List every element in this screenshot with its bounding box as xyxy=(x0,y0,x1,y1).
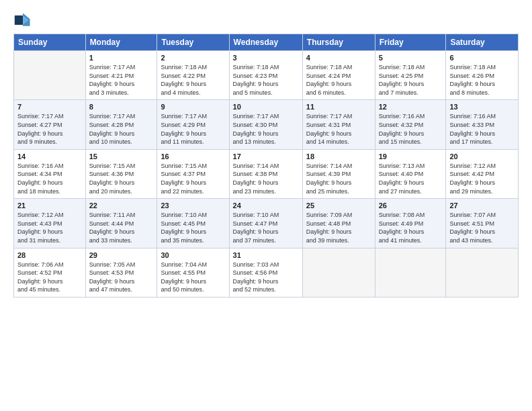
day-number: 9 xyxy=(161,103,225,111)
logo xyxy=(13,11,35,30)
cell-content: Sunrise: 7:15 AM Sunset: 4:37 PM Dayligh… xyxy=(161,162,225,195)
day-number: 27 xyxy=(449,201,515,210)
calendar-cell: 28Sunrise: 7:06 AM Sunset: 4:52 PM Dayli… xyxy=(14,248,86,297)
day-number: 13 xyxy=(449,103,515,111)
calendar-cell: 24Sunrise: 7:10 AM Sunset: 4:47 PM Dayli… xyxy=(229,199,302,248)
day-number: 28 xyxy=(17,251,82,259)
cell-content: Sunrise: 7:03 AM Sunset: 4:56 PM Dayligh… xyxy=(233,261,299,294)
calendar-cell xyxy=(14,51,86,100)
calendar-week-row: 7Sunrise: 7:17 AM Sunset: 4:27 PM Daylig… xyxy=(14,100,519,149)
cell-content: Sunrise: 7:17 AM Sunset: 4:21 PM Dayligh… xyxy=(89,63,154,97)
calendar-cell: 14Sunrise: 7:16 AM Sunset: 4:34 PM Dayli… xyxy=(14,149,86,198)
calendar-cell: 21Sunrise: 7:12 AM Sunset: 4:43 PM Dayli… xyxy=(14,199,86,248)
calendar-table: SundayMondayTuesdayWednesdayThursdayFrid… xyxy=(13,34,519,298)
cell-content: Sunrise: 7:17 AM Sunset: 4:28 PM Dayligh… xyxy=(89,112,154,146)
calendar-cell: 23Sunrise: 7:10 AM Sunset: 4:45 PM Dayli… xyxy=(157,199,229,248)
calendar-cell: 26Sunrise: 7:08 AM Sunset: 4:49 PM Dayli… xyxy=(375,199,446,248)
calendar-cell: 25Sunrise: 7:09 AM Sunset: 4:48 PM Dayli… xyxy=(302,199,375,248)
cell-content: Sunrise: 7:17 AM Sunset: 4:31 PM Dayligh… xyxy=(306,112,371,146)
cell-content: Sunrise: 7:18 AM Sunset: 4:26 PM Dayligh… xyxy=(449,63,515,97)
cell-content: Sunrise: 7:15 AM Sunset: 4:36 PM Dayligh… xyxy=(89,162,154,195)
header-day: Monday xyxy=(85,34,157,51)
header-day: Thursday xyxy=(302,34,375,51)
logo-icon xyxy=(13,11,32,30)
cell-content: Sunrise: 7:11 AM Sunset: 4:44 PM Dayligh… xyxy=(89,211,154,244)
calendar-header: SundayMondayTuesdayWednesdayThursdayFrid… xyxy=(14,34,519,51)
calendar-cell: 19Sunrise: 7:13 AM Sunset: 4:40 PM Dayli… xyxy=(375,149,446,198)
calendar-week-row: 1Sunrise: 7:17 AM Sunset: 4:21 PM Daylig… xyxy=(14,51,519,100)
day-number: 1 xyxy=(89,54,154,62)
cell-content: Sunrise: 7:18 AM Sunset: 4:24 PM Dayligh… xyxy=(306,63,371,97)
calendar-cell: 9Sunrise: 7:17 AM Sunset: 4:29 PM Daylig… xyxy=(157,100,229,149)
calendar-cell: 12Sunrise: 7:16 AM Sunset: 4:32 PM Dayli… xyxy=(375,100,446,149)
cell-content: Sunrise: 7:17 AM Sunset: 4:30 PM Dayligh… xyxy=(233,112,299,146)
calendar-cell: 10Sunrise: 7:17 AM Sunset: 4:30 PM Dayli… xyxy=(229,100,302,149)
cell-content: Sunrise: 7:07 AM Sunset: 4:51 PM Dayligh… xyxy=(449,211,515,244)
day-number: 23 xyxy=(161,201,225,210)
header-day: Wednesday xyxy=(229,34,302,51)
day-number: 14 xyxy=(17,152,82,161)
day-number: 29 xyxy=(89,251,154,259)
cell-content: Sunrise: 7:10 AM Sunset: 4:47 PM Dayligh… xyxy=(233,211,299,244)
day-number: 8 xyxy=(89,103,154,111)
day-number: 16 xyxy=(161,152,225,161)
day-number: 26 xyxy=(379,201,443,210)
day-number: 3 xyxy=(233,54,299,62)
calendar-cell: 13Sunrise: 7:16 AM Sunset: 4:33 PM Dayli… xyxy=(446,100,519,149)
header-day: Friday xyxy=(375,34,446,51)
cell-content: Sunrise: 7:04 AM Sunset: 4:55 PM Dayligh… xyxy=(161,261,225,294)
calendar-cell: 29Sunrise: 7:05 AM Sunset: 4:53 PM Dayli… xyxy=(85,248,157,297)
calendar-cell: 1Sunrise: 7:17 AM Sunset: 4:21 PM Daylig… xyxy=(85,51,157,100)
day-number: 25 xyxy=(306,201,371,210)
calendar-cell: 3Sunrise: 7:18 AM Sunset: 4:23 PM Daylig… xyxy=(229,51,302,100)
header-day: Tuesday xyxy=(157,34,229,51)
day-number: 19 xyxy=(379,152,443,161)
day-number: 20 xyxy=(449,152,515,161)
cell-content: Sunrise: 7:14 AM Sunset: 4:39 PM Dayligh… xyxy=(306,162,371,195)
calendar-cell: 2Sunrise: 7:18 AM Sunset: 4:22 PM Daylig… xyxy=(157,51,229,100)
cell-content: Sunrise: 7:09 AM Sunset: 4:48 PM Dayligh… xyxy=(306,211,371,244)
cell-content: Sunrise: 7:12 AM Sunset: 4:43 PM Dayligh… xyxy=(17,211,82,244)
page: SundayMondayTuesdayWednesdayThursdayFrid… xyxy=(0,0,532,304)
day-number: 17 xyxy=(233,152,299,161)
calendar-cell: 30Sunrise: 7:04 AM Sunset: 4:55 PM Dayli… xyxy=(157,248,229,297)
cell-content: Sunrise: 7:08 AM Sunset: 4:49 PM Dayligh… xyxy=(379,211,443,244)
calendar-cell: 16Sunrise: 7:15 AM Sunset: 4:37 PM Dayli… xyxy=(157,149,229,198)
calendar-week-row: 14Sunrise: 7:16 AM Sunset: 4:34 PM Dayli… xyxy=(14,149,519,198)
calendar-cell xyxy=(375,248,446,297)
calendar-cell: 8Sunrise: 7:17 AM Sunset: 4:28 PM Daylig… xyxy=(85,100,157,149)
cell-content: Sunrise: 7:05 AM Sunset: 4:53 PM Dayligh… xyxy=(89,261,154,294)
svg-rect-0 xyxy=(15,15,23,25)
day-number: 7 xyxy=(17,103,82,111)
day-number: 5 xyxy=(379,54,443,62)
cell-content: Sunrise: 7:12 AM Sunset: 4:42 PM Dayligh… xyxy=(449,162,515,195)
calendar-cell: 7Sunrise: 7:17 AM Sunset: 4:27 PM Daylig… xyxy=(14,100,86,149)
day-number: 30 xyxy=(161,251,225,259)
header-day: Sunday xyxy=(14,34,86,51)
cell-content: Sunrise: 7:10 AM Sunset: 4:45 PM Dayligh… xyxy=(161,211,225,244)
header xyxy=(13,11,519,30)
calendar-week-row: 28Sunrise: 7:06 AM Sunset: 4:52 PM Dayli… xyxy=(14,248,519,297)
header-day: Saturday xyxy=(446,34,519,51)
day-number: 4 xyxy=(306,54,371,62)
day-number: 24 xyxy=(233,201,299,210)
day-number: 6 xyxy=(449,54,515,62)
cell-content: Sunrise: 7:18 AM Sunset: 4:25 PM Dayligh… xyxy=(379,63,443,97)
calendar-cell: 11Sunrise: 7:17 AM Sunset: 4:31 PM Dayli… xyxy=(302,100,375,149)
cell-content: Sunrise: 7:06 AM Sunset: 4:52 PM Dayligh… xyxy=(17,261,82,294)
calendar-cell: 31Sunrise: 7:03 AM Sunset: 4:56 PM Dayli… xyxy=(229,248,302,297)
calendar-cell: 6Sunrise: 7:18 AM Sunset: 4:26 PM Daylig… xyxy=(446,51,519,100)
day-number: 2 xyxy=(161,54,225,62)
calendar-cell: 5Sunrise: 7:18 AM Sunset: 4:25 PM Daylig… xyxy=(375,51,446,100)
cell-content: Sunrise: 7:17 AM Sunset: 4:29 PM Dayligh… xyxy=(161,112,225,146)
calendar-cell: 15Sunrise: 7:15 AM Sunset: 4:36 PM Dayli… xyxy=(85,149,157,198)
day-number: 12 xyxy=(379,103,443,111)
cell-content: Sunrise: 7:14 AM Sunset: 4:38 PM Dayligh… xyxy=(233,162,299,195)
header-row: SundayMondayTuesdayWednesdayThursdayFrid… xyxy=(14,34,519,51)
calendar-cell: 22Sunrise: 7:11 AM Sunset: 4:44 PM Dayli… xyxy=(85,199,157,248)
day-number: 10 xyxy=(233,103,299,111)
calendar-cell: 18Sunrise: 7:14 AM Sunset: 4:39 PM Dayli… xyxy=(302,149,375,198)
calendar-cell: 27Sunrise: 7:07 AM Sunset: 4:51 PM Dayli… xyxy=(446,199,519,248)
calendar-body: 1Sunrise: 7:17 AM Sunset: 4:21 PM Daylig… xyxy=(14,51,519,298)
day-number: 18 xyxy=(306,152,371,161)
